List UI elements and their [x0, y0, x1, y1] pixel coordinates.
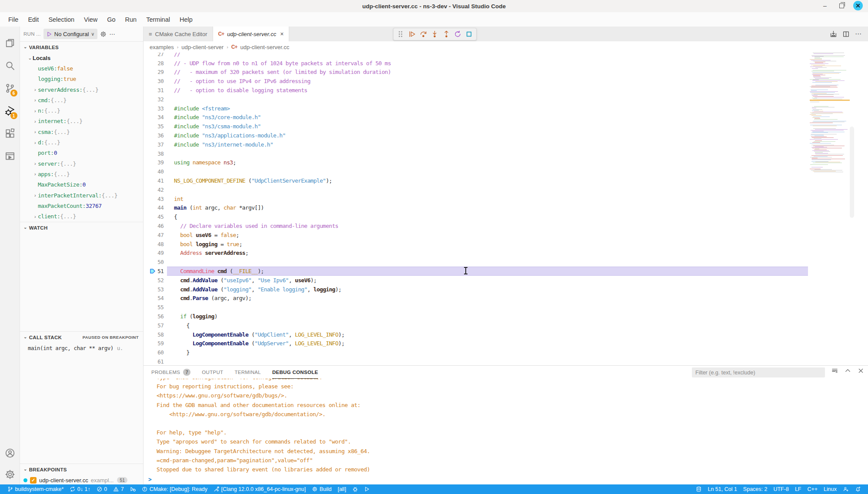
- variable-row-n[interactable]: ›n: {...}: [20, 105, 143, 116]
- chevron-right-icon[interactable]: ›: [32, 171, 38, 177]
- gutter[interactable]: 47: [144, 232, 167, 238]
- menu-terminal[interactable]: Terminal: [141, 14, 175, 25]
- gutter[interactable]: 33: [144, 105, 167, 112]
- menu-view[interactable]: View: [79, 14, 102, 25]
- breadcrumb-item[interactable]: udp-client-server: [181, 44, 224, 50]
- variable-row-apps[interactable]: ›apps: {...}: [20, 169, 143, 179]
- gutter[interactable]: 28: [144, 60, 167, 67]
- more-actions-icon[interactable]: ⋯: [855, 30, 862, 38]
- gutter[interactable]: 54: [144, 295, 167, 301]
- variable-row-maxPacketCount[interactable]: maxPacketCount: 32767: [20, 200, 143, 211]
- chevron-right-icon[interactable]: ›: [32, 140, 38, 145]
- locals-scope-row[interactable]: ⌄ Locals: [20, 53, 143, 63]
- gutter[interactable]: 42: [144, 187, 167, 193]
- gutter[interactable]: 46: [144, 223, 167, 229]
- status-launch-target[interactable]: [361, 484, 373, 494]
- sidebar-item-cmake-tools[interactable]: [0, 145, 20, 167]
- gutter[interactable]: 39: [144, 159, 167, 166]
- watch-section-header[interactable]: ⌄ WATCH: [20, 222, 143, 233]
- gutter[interactable]: 59: [144, 340, 167, 347]
- gutter[interactable]: 35: [144, 123, 167, 130]
- gutter[interactable]: 31: [144, 87, 167, 93]
- breakpoint-row[interactable]: ✓ udp-client-server.cc exampl... 51: [20, 475, 143, 484]
- restore-button[interactable]: [837, 1, 846, 10]
- gutter[interactable]: 58: [144, 331, 167, 338]
- gutter[interactable]: 57: [144, 322, 167, 329]
- menu-help[interactable]: Help: [175, 14, 197, 25]
- status-debug-target[interactable]: [349, 484, 361, 494]
- variable-row-cmd[interactable]: ›cmd: {...}: [20, 95, 143, 105]
- gutter[interactable]: 45: [144, 214, 167, 220]
- sidebar-item-manage[interactable]: [0, 464, 20, 484]
- tab-terminal[interactable]: TERMINAL: [234, 366, 261, 379]
- breadcrumb-item[interactable]: examples: [150, 44, 174, 50]
- gutter[interactable]: 43: [144, 196, 167, 202]
- step-into-button[interactable]: [430, 29, 440, 40]
- variable-row-logging[interactable]: logging: true: [20, 74, 143, 84]
- continue-button[interactable]: [407, 29, 417, 40]
- stack-frame-row[interactable]: main(int argc, char ** argv) u.: [20, 343, 143, 353]
- debug-settings-gear-icon[interactable]: [100, 31, 107, 37]
- gutter[interactable]: 56: [144, 313, 167, 320]
- sidebar-item-account[interactable]: [0, 442, 20, 464]
- status-cursor-position[interactable]: Ln 51, Col 1: [704, 484, 740, 494]
- menu-go[interactable]: Go: [102, 14, 120, 25]
- sidebar-item-extensions[interactable]: [0, 122, 20, 145]
- toolbar-drag-handle[interactable]: [395, 29, 406, 40]
- close-button[interactable]: ✕: [853, 1, 863, 10]
- minimize-button[interactable]: –: [820, 1, 830, 10]
- run-file-icon[interactable]: [830, 30, 837, 38]
- tab-problems[interactable]: PROBLEMS 7: [151, 366, 190, 379]
- status-sync[interactable]: 0↓ 1↑: [67, 484, 93, 494]
- gutter[interactable]: 41: [144, 177, 167, 184]
- status-indentation[interactable]: Spaces: 2: [740, 484, 771, 494]
- status-os[interactable]: Linux: [821, 484, 840, 494]
- gutter[interactable]: 51: [144, 268, 167, 274]
- debug-console-input[interactable]: >: [144, 474, 868, 484]
- gutter[interactable]: 49: [144, 250, 167, 256]
- gutter[interactable]: 44: [144, 204, 167, 211]
- gutter[interactable]: 30: [144, 78, 167, 84]
- status-cmake-debug[interactable]: [127, 484, 139, 494]
- tab-cmake-cache-editor[interactable]: ≡ CMake Cache Editor: [144, 27, 213, 41]
- status-errors[interactable]: 0: [93, 484, 110, 494]
- status-active-kit[interactable]: [Clang 12.0.0 x86_64-pc-linux-gnu]: [210, 484, 309, 494]
- gutter[interactable]: 61: [144, 358, 167, 365]
- gutter[interactable]: 34: [144, 114, 167, 120]
- gutter[interactable]: 27: [144, 53, 167, 57]
- gutter[interactable]: 60: [144, 349, 167, 356]
- status-eol[interactable]: LF: [792, 484, 805, 494]
- minimap[interactable]: [810, 53, 850, 174]
- gutter[interactable]: 32: [144, 96, 167, 103]
- close-tab-icon[interactable]: ×: [280, 30, 284, 37]
- menu-run[interactable]: Run: [120, 14, 142, 25]
- gutter[interactable]: 40: [144, 168, 167, 175]
- stop-button[interactable]: [464, 29, 474, 40]
- step-out-button[interactable]: [441, 29, 451, 40]
- status-cmake-status[interactable]: CMake: [Debug]: Ready: [139, 484, 210, 494]
- chevron-right-icon[interactable]: ›: [32, 87, 38, 92]
- sidebar-item-run-and-debug[interactable]: 1: [0, 100, 20, 122]
- variables-section-header[interactable]: ⌄ VARIABLES: [20, 41, 143, 53]
- tab-output[interactable]: OUTPUT: [202, 366, 223, 379]
- more-actions-icon[interactable]: ⋯: [109, 30, 116, 37]
- step-over-button[interactable]: [418, 29, 429, 40]
- console-filter-input[interactable]: [692, 367, 825, 377]
- variable-row-interPacketInterval[interactable]: ›interPacketInterval: {...}: [20, 190, 143, 200]
- status-feedback[interactable]: [840, 484, 852, 494]
- menu-selection[interactable]: Selection: [43, 14, 79, 25]
- gutter[interactable]: 50: [144, 259, 167, 265]
- clear-console-icon[interactable]: [831, 367, 838, 374]
- variable-row-internet[interactable]: ›internet: {...}: [20, 116, 143, 127]
- sidebar-item-search[interactable]: [0, 54, 20, 77]
- chevron-right-icon[interactable]: ›: [32, 129, 38, 134]
- close-panel-icon[interactable]: [858, 367, 864, 374]
- status-encoding[interactable]: UTF-8: [770, 484, 791, 494]
- split-editor-icon[interactable]: [842, 30, 850, 38]
- chevron-right-icon[interactable]: ›: [32, 119, 38, 124]
- variable-row-useV6[interactable]: useV6: false: [20, 63, 143, 73]
- variable-row-client[interactable]: ›client: {...}: [20, 211, 143, 221]
- variable-row-serverAddress[interactable]: ›serverAddress: {...}: [20, 84, 143, 95]
- code-editor[interactable]: 27//28// - UDP flow from n0 to n1 of 102…: [144, 53, 868, 365]
- maximize-panel-icon[interactable]: [845, 367, 851, 374]
